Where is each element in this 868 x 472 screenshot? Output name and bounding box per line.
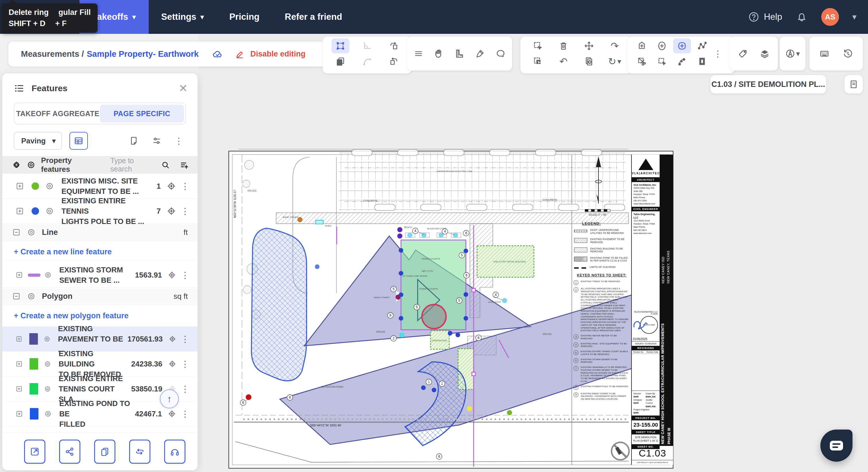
create-line-feature-button[interactable]: + Create a new line feature (2, 243, 197, 260)
collapse-minus-icon[interactable] (12, 228, 21, 237)
duplicate-page-button[interactable] (94, 440, 115, 464)
account-menu-caret[interactable]: ▾ (852, 12, 857, 21)
delete-button[interactable] (555, 38, 572, 53)
nav-refer-a-friend[interactable]: Refer a friend (272, 0, 355, 34)
pages-panel-button[interactable] (844, 75, 863, 94)
filled-rect-button[interactable] (693, 54, 711, 69)
search-icon[interactable] (161, 160, 170, 169)
freeform-line-button[interactable] (693, 38, 711, 53)
expand-plus-icon[interactable] (16, 409, 23, 418)
cut-polygon-button[interactable] (633, 54, 651, 69)
user-avatar[interactable]: AS (821, 8, 839, 26)
locate-crosshair-icon[interactable] (168, 334, 176, 344)
filter-sliders-icon[interactable] (152, 136, 162, 146)
tags-button[interactable] (734, 46, 752, 61)
rotate-reset-button[interactable]: ↻▾ (606, 54, 623, 69)
search-input[interactable]: Type to search (111, 157, 155, 173)
feature-row-existing-building[interactable]: EXISTING BUILDINGTO BE REMOVED 24238.36 … (2, 351, 197, 376)
curve-tool-button[interactable] (358, 54, 376, 69)
table-view-button[interactable] (69, 132, 88, 150)
visibility-target-icon[interactable] (27, 228, 36, 237)
pan-tool-button[interactable] (430, 46, 448, 61)
sync-button[interactable] (129, 440, 150, 464)
visibility-target-icon[interactable] (45, 207, 54, 215)
rect-select-button[interactable] (653, 54, 671, 69)
row-menu-button[interactable]: ⋮ (181, 206, 189, 216)
expand-plus-icon[interactable] (16, 335, 22, 343)
expand-plus-icon[interactable] (16, 182, 24, 191)
locate-crosshair-icon[interactable] (167, 270, 176, 280)
polygon-group-header[interactable]: Polygon sq ft (2, 288, 197, 305)
redo-button[interactable]: ↷ (606, 38, 623, 53)
visibility-target-icon[interactable] (45, 182, 54, 191)
locate-crosshair-icon[interactable] (166, 181, 176, 191)
draw-ellipse-button[interactable] (653, 38, 671, 53)
nav-pricing[interactable]: Pricing (217, 0, 272, 34)
notifications-bell-icon[interactable] (795, 11, 808, 23)
row-menu-button[interactable]: ⋮ (181, 384, 189, 394)
help-button[interactable]: Help (748, 11, 782, 23)
locate-crosshair-icon[interactable] (168, 359, 176, 369)
close-panel-button[interactable]: ✕ (179, 82, 188, 95)
visibility-target-icon[interactable] (43, 335, 51, 343)
draw-polygon-button[interactable] (633, 38, 651, 53)
row-menu-button[interactable]: ⋮ (181, 181, 189, 191)
scroll-to-top-button[interactable]: ↑ (160, 390, 179, 408)
pink-circle-measurement[interactable] (422, 305, 446, 329)
visibility-target-icon[interactable] (44, 360, 51, 368)
marquee-add-button[interactable] (529, 54, 547, 69)
node-path-button[interactable] (673, 54, 691, 69)
collapse-minus-icon[interactable] (12, 292, 21, 301)
add-filter-icon[interactable] (180, 160, 189, 170)
feature-row-tennis-lights-pole[interactable]: EXISTING ENTIRE TENNISLIGHTS POLE TO BE … (2, 199, 197, 224)
tab-page-specific[interactable]: PAGE SPECIFIC (100, 105, 184, 123)
select-tool-button[interactable] (332, 38, 349, 53)
history-button[interactable] (839, 46, 857, 61)
move-button[interactable] (580, 38, 598, 53)
visibility-target-icon[interactable] (27, 160, 36, 169)
rotate-cw-button[interactable] (385, 54, 403, 69)
tab-takeoff-aggregate[interactable]: TAKEOFF AGGREGATE (16, 105, 100, 123)
locate-crosshair-icon[interactable] (166, 206, 176, 216)
expand-plus-icon[interactable] (16, 384, 23, 393)
measurements-list-button[interactable] (410, 46, 427, 61)
marquee-select-button[interactable] (529, 38, 547, 53)
sheet-selector[interactable]: C1.03 / SITE DEMOLITION PL... (710, 75, 826, 94)
visibility-target-icon[interactable] (44, 271, 52, 279)
layers-button[interactable] (756, 46, 774, 61)
shortcuts-button[interactable] (815, 46, 833, 61)
more-tools-button[interactable]: ⋮ (709, 46, 727, 61)
drawing-canvas[interactable]: 44 45 55 56 66 66 92 11 6 CONCRETE CONCR… (198, 34, 868, 472)
scale-tool-button[interactable] (451, 46, 468, 61)
label-style-button[interactable]: ▾ (781, 46, 804, 61)
row-menu-button[interactable]: ⋮ (181, 270, 189, 280)
create-polygon-feature-button[interactable]: + Create a new polygon feature (2, 307, 197, 324)
draw-rectangle-button[interactable] (673, 38, 691, 53)
feature-row-existing-pavement[interactable]: EXISTINGPAVEMENT TO BE ... 170561.93 ⋮ (2, 327, 197, 351)
nav-settings[interactable]: Settings ▾ (149, 0, 217, 34)
panel-more-button[interactable]: ⋮ (175, 136, 183, 146)
category-select[interactable]: Paving ▾ (14, 132, 62, 150)
row-menu-button[interactable]: ⋮ (181, 359, 189, 369)
duplicate-tool-button[interactable] (332, 54, 349, 69)
row-menu-button[interactable]: ⋮ (181, 334, 189, 344)
visibility-target-icon[interactable] (44, 409, 52, 418)
comment-tool-button[interactable] (492, 46, 509, 61)
feature-row-storm-sewer[interactable]: EXISTING STORMSEWER TO BE ... 1563.91 ⋮ (2, 263, 197, 288)
visibility-target-icon[interactable] (44, 384, 51, 393)
row-menu-button[interactable]: ⋮ (181, 409, 189, 419)
support-button[interactable] (164, 440, 185, 464)
locate-crosshair-icon[interactable] (167, 409, 176, 419)
expand-plus-icon[interactable] (16, 360, 23, 368)
gear-icon[interactable] (12, 160, 21, 169)
chat-support-button[interactable] (820, 430, 852, 462)
share-button[interactable] (59, 440, 81, 464)
visibility-target-icon[interactable] (27, 292, 36, 301)
rotate-ccw-button[interactable] (385, 38, 403, 53)
breadcrumb-project-link[interactable]: Sample Property- Earthwork (87, 49, 198, 59)
disable-editing-button[interactable]: Disable editing (250, 49, 305, 59)
notes-doc-icon[interactable] (129, 136, 139, 146)
expand-plus-icon[interactable] (16, 207, 24, 215)
markup-tool-button[interactable] (471, 46, 489, 61)
feature-row-misc-site-equipment[interactable]: EXISTING MISC. SITEEQUIPMENT TO BE ... 1… (2, 174, 197, 199)
